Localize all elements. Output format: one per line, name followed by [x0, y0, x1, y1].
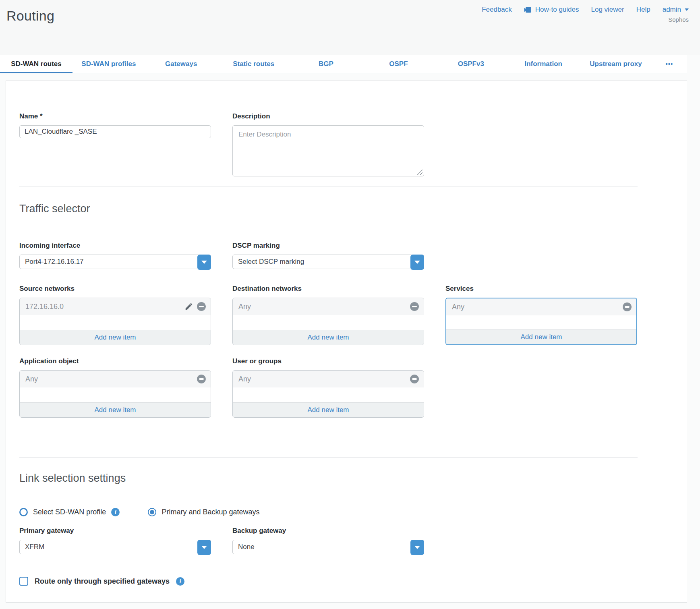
- chevron-down-icon[interactable]: [197, 255, 211, 270]
- header-right: Feedback How-to guides Log viewer Help a…: [482, 6, 689, 55]
- remove-icon[interactable]: [197, 302, 206, 311]
- chevron-down-icon[interactable]: [197, 540, 211, 555]
- admin-label: admin: [663, 6, 681, 14]
- tab-static-routes[interactable]: Static routes: [217, 55, 290, 73]
- chevron-down-icon[interactable]: [410, 255, 424, 270]
- remove-icon[interactable]: [410, 302, 419, 311]
- incoming-interface-select[interactable]: Port4-172.16.16.17: [19, 255, 211, 269]
- source-networks-add-button[interactable]: Add new item: [20, 330, 211, 345]
- list-item: Any: [20, 371, 211, 387]
- tab-ospfv3[interactable]: OSPFv3: [435, 55, 507, 73]
- dscp-marking-select[interactable]: Select DSCP marking: [232, 255, 424, 269]
- tab-information[interactable]: Information: [507, 55, 580, 73]
- destination-networks-label: Destination networks: [232, 285, 424, 293]
- user-or-groups-label: User or groups: [232, 357, 424, 365]
- sdwan-route-form: Name * Description Traffic selector Inco…: [6, 81, 687, 603]
- application-object-add-button[interactable]: Add new item: [20, 402, 211, 417]
- description-label: Description: [232, 112, 424, 120]
- dscp-marking-value: Select DSCP marking: [233, 255, 424, 269]
- route-only-checkbox[interactable]: [19, 577, 28, 586]
- description-field: Description: [232, 112, 424, 178]
- primary-gateway-select[interactable]: XFRM: [19, 540, 211, 554]
- remove-icon[interactable]: [623, 302, 632, 311]
- route-only-row: Route only through specified gateways: [19, 577, 687, 586]
- primary-gateway-label: Primary gateway: [19, 527, 211, 535]
- log-viewer-link[interactable]: Log viewer: [591, 6, 624, 14]
- section-divider: [19, 186, 638, 186]
- radio-icon[interactable]: [19, 508, 28, 516]
- howto-guides-label: How-to guides: [535, 6, 579, 14]
- list-item: Any: [446, 298, 636, 315]
- description-textarea[interactable]: [232, 125, 424, 176]
- tab-sdwan-routes[interactable]: SD-WAN routes: [0, 55, 72, 73]
- incoming-interface-value: Port4-172.16.16.17: [20, 255, 211, 269]
- tab-upstream-proxy[interactable]: Upstream proxy: [580, 55, 652, 73]
- user-or-groups-listbox: Any Add new item: [232, 370, 424, 418]
- video-camera-icon: [524, 7, 532, 13]
- name-input[interactable]: [19, 125, 211, 138]
- info-icon[interactable]: [111, 508, 120, 516]
- radio-select-sdwan-profile[interactable]: Select SD-WAN profile: [19, 508, 120, 516]
- name-field: Name *: [19, 112, 211, 178]
- list-item: Any: [233, 298, 424, 315]
- chevron-down-icon: [685, 8, 689, 11]
- radio-primary-backup-gateways[interactable]: Primary and Backup gateways: [148, 508, 259, 516]
- user-or-groups-add-button[interactable]: Add new item: [233, 402, 424, 417]
- source-networks-listbox: 172.16.16.0 Add new item: [19, 298, 211, 345]
- list-item-text: Any: [238, 302, 251, 311]
- list-item: 172.16.16.0: [20, 298, 211, 315]
- edit-icon[interactable]: [184, 302, 193, 311]
- remove-icon[interactable]: [410, 375, 419, 383]
- destination-networks-listbox: Any Add new item: [232, 298, 424, 345]
- list-item-text: Any: [452, 303, 464, 311]
- incoming-interface-label: Incoming interface: [19, 242, 211, 250]
- primary-gateway-value: XFRM: [20, 540, 211, 554]
- howto-guides-link[interactable]: How-to guides: [524, 6, 579, 14]
- list-item-text: Any: [25, 375, 38, 383]
- radio-label: Select SD-WAN profile: [33, 508, 106, 516]
- services-listbox: Any Add new item: [445, 298, 637, 345]
- application-object-label: Application object: [19, 357, 211, 365]
- list-item: Any: [233, 371, 424, 387]
- page-header: Routing Feedback How-to guides Log viewe…: [0, 0, 700, 55]
- tab-more[interactable]: •••: [652, 55, 687, 73]
- tab-ospf[interactable]: OSPF: [362, 55, 435, 73]
- tab-gateways[interactable]: Gateways: [145, 55, 217, 73]
- services-add-button[interactable]: Add new item: [446, 329, 636, 344]
- list-item-text: 172.16.16.0: [25, 302, 64, 311]
- chevron-down-icon[interactable]: [410, 540, 424, 555]
- traffic-selector-heading: Traffic selector: [19, 203, 687, 215]
- page-title: Routing: [6, 8, 54, 55]
- radio-label: Primary and Backup gateways: [162, 508, 259, 516]
- section-divider: [19, 457, 638, 458]
- destination-networks-add-button[interactable]: Add new item: [233, 330, 424, 345]
- services-label: Services: [445, 285, 637, 293]
- brand-label: Sophos: [482, 16, 689, 23]
- link-selection-heading: Link selection settings: [19, 472, 687, 485]
- backup-gateway-label: Backup gateway: [232, 527, 424, 535]
- route-only-label: Route only through specified gateways: [35, 577, 170, 586]
- routing-page: Routing Feedback How-to guides Log viewe…: [0, 0, 700, 603]
- feedback-link[interactable]: Feedback: [482, 6, 512, 14]
- name-label: Name *: [19, 112, 211, 120]
- admin-menu[interactable]: admin: [663, 6, 689, 14]
- header-links: Feedback How-to guides Log viewer Help a…: [482, 6, 689, 14]
- application-object-listbox: Any Add new item: [19, 370, 211, 418]
- source-networks-label: Source networks: [19, 285, 211, 293]
- backup-gateway-value: None: [233, 540, 424, 554]
- tab-sdwan-profiles[interactable]: SD-WAN profiles: [72, 55, 145, 73]
- help-link[interactable]: Help: [636, 6, 650, 14]
- backup-gateway-select[interactable]: None: [232, 540, 424, 554]
- list-item-text: Any: [238, 375, 251, 383]
- gateway-mode-radio-group: Select SD-WAN profile Primary and Backup…: [19, 508, 687, 516]
- remove-icon[interactable]: [197, 375, 206, 383]
- tab-bar: SD-WAN routes SD-WAN profiles Gateways S…: [0, 55, 687, 73]
- dscp-marking-label: DSCP marking: [232, 242, 424, 250]
- tab-bgp[interactable]: BGP: [290, 55, 362, 73]
- info-icon[interactable]: [176, 577, 184, 586]
- radio-selected-icon[interactable]: [148, 508, 156, 516]
